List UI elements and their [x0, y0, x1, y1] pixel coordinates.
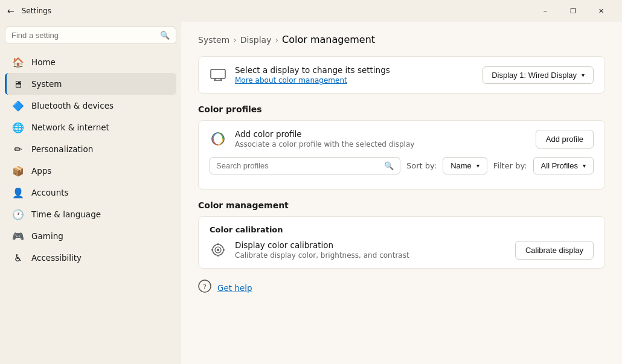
filter-row: 🔍 Sort by: Name ▾ Filter by: All Profile…: [210, 157, 594, 174]
filter-dropdown[interactable]: All Profiles ▾: [533, 157, 594, 174]
app-body: 🔍 🏠 Home 🖥 System 🔷 Bluetooth & devices …: [0, 22, 622, 364]
calibration-title: Display color calibration: [235, 240, 507, 250]
monitor-icon: [210, 66, 226, 83]
search-profiles-box[interactable]: 🔍: [210, 157, 400, 174]
sidebar-item-apps[interactable]: 📦 Apps: [5, 160, 176, 182]
svg-point-7: [217, 249, 219, 251]
svg-rect-0: [211, 69, 225, 78]
sidebar: 🔍 🏠 Home 🖥 System 🔷 Bluetooth & devices …: [0, 22, 181, 364]
time-icon: 🕐: [12, 208, 24, 220]
calibrate-display-button[interactable]: Calibrate display: [515, 241, 594, 260]
back-icon[interactable]: ←: [7, 6, 14, 16]
help-icon: ?: [198, 279, 211, 296]
add-profile-text: Add color profile Associate a color prof…: [235, 129, 527, 148]
color-calibration-card: Color calibration Display color calibrat…: [198, 216, 605, 269]
filter-chevron-icon: ▾: [583, 162, 586, 169]
add-profile-row: Add color profile Associate a color prof…: [210, 129, 594, 148]
color-management-link[interactable]: More about color management: [235, 76, 474, 85]
calibration-action: Calibrate display: [515, 241, 594, 260]
search-input[interactable]: [11, 31, 155, 40]
accessibility-icon: ♿: [12, 252, 24, 264]
color-profiles-heading: Color profiles: [198, 104, 605, 114]
filter-label: Filter by:: [493, 161, 527, 170]
color-management-heading: Color management: [198, 200, 605, 210]
display-row: Select a display to change its settings …: [210, 65, 594, 85]
add-profile-title: Add color profile: [235, 129, 527, 139]
sidebar-item-label: System: [31, 79, 62, 89]
add-profile-card: Add color profile Associate a color prof…: [198, 120, 605, 190]
sidebar-item-gaming[interactable]: 🎮 Gaming: [5, 225, 176, 247]
add-profile-action: Add profile: [536, 130, 594, 148]
get-help-link[interactable]: Get help: [217, 283, 252, 293]
display-dropdown-value: Display 1: Wired Display: [492, 71, 577, 80]
personalization-icon: ✏️: [12, 143, 24, 155]
display-info: Select a display to change its settings …: [235, 65, 474, 85]
breadcrumb-system[interactable]: System: [198, 35, 229, 45]
sort-dropdown[interactable]: Name ▾: [443, 157, 487, 174]
page-title: Color management: [282, 34, 375, 45]
restore-button[interactable]: ❐: [559, 0, 587, 22]
sidebar-item-label: Home: [31, 57, 56, 67]
breadcrumb-display[interactable]: Display: [240, 35, 272, 45]
filter-value: All Profiles: [541, 161, 578, 170]
minimize-button[interactable]: −: [531, 0, 559, 22]
display-selector-card: Select a display to change its settings …: [198, 56, 605, 94]
sort-label: Sort by:: [406, 161, 437, 170]
sort-chevron-icon: ▾: [476, 162, 479, 169]
sidebar-item-label: Bluetooth & devices: [31, 101, 114, 110]
system-icon: 🖥: [12, 78, 24, 90]
sidebar-item-personalization[interactable]: ✏️ Personalization: [5, 138, 176, 160]
sidebar-item-home[interactable]: 🏠 Home: [5, 51, 176, 73]
titlebar: ← Settings − ❐ ✕: [0, 0, 622, 22]
chevron-down-icon: ▾: [582, 72, 585, 78]
breadcrumb-sep-2: ›: [275, 35, 278, 45]
sidebar-item-bluetooth[interactable]: 🔷 Bluetooth & devices: [5, 95, 176, 117]
calibration-text: Display color calibration Calibrate disp…: [235, 240, 507, 260]
search-box[interactable]: 🔍: [5, 27, 176, 44]
bluetooth-icon: 🔷: [12, 100, 24, 112]
display-info-group: Select a display to change its settings …: [210, 65, 474, 85]
sidebar-item-network[interactable]: 🌐 Network & internet: [5, 117, 176, 138]
sidebar-item-label: Accounts: [31, 188, 69, 197]
add-profile-button[interactable]: Add profile: [536, 130, 594, 148]
window-controls: − ❐ ✕: [531, 0, 615, 22]
network-icon: 🌐: [12, 121, 24, 133]
color-profile-icon: [210, 130, 226, 147]
sidebar-item-label: Accessibility: [31, 253, 82, 263]
add-profile-subtitle: Associate a color profile with the selec…: [235, 140, 527, 148]
calibration-subtitle: Calibrate display color, brightness, and…: [235, 251, 507, 260]
calibration-heading: Color calibration: [210, 225, 594, 234]
svg-point-4: [212, 133, 224, 145]
svg-text:?: ?: [203, 282, 207, 291]
search-icon: 🔍: [160, 31, 170, 40]
calibration-icon: [210, 241, 226, 258]
sidebar-item-accessibility[interactable]: ♿ Accessibility: [5, 247, 176, 269]
sidebar-item-label: Gaming: [31, 231, 63, 241]
sidebar-item-label: Apps: [31, 166, 51, 176]
sidebar-item-time[interactable]: 🕐 Time & language: [5, 203, 176, 225]
display-selector-title: Select a display to change its settings: [235, 65, 474, 75]
calibration-row: Display color calibration Calibrate disp…: [210, 240, 594, 260]
accounts-icon: 👤: [12, 187, 24, 199]
search-profiles-input[interactable]: [216, 161, 379, 170]
search-profiles-icon: 🔍: [384, 161, 394, 170]
sidebar-item-label: Personalization: [31, 144, 93, 154]
sidebar-item-label: Time & language: [31, 209, 101, 219]
sidebar-item-system[interactable]: 🖥 System: [5, 73, 176, 95]
app-title: Settings: [22, 7, 51, 15]
sidebar-item-accounts[interactable]: 👤 Accounts: [5, 182, 176, 203]
gaming-icon: 🎮: [12, 230, 24, 242]
breadcrumb-sep-1: ›: [233, 35, 237, 45]
breadcrumb-row: System › Display › Color management: [198, 34, 605, 45]
content-area: System › Display › Color management: [181, 22, 622, 364]
sidebar-item-label: Network & internet: [31, 123, 109, 132]
close-button[interactable]: ✕: [587, 0, 615, 22]
get-help-row: ? Get help: [198, 279, 605, 296]
apps-icon: 📦: [12, 165, 24, 177]
home-icon: 🏠: [12, 56, 24, 68]
sort-value: Name: [450, 161, 472, 170]
display-dropdown[interactable]: Display 1: Wired Display ▾: [483, 66, 594, 84]
